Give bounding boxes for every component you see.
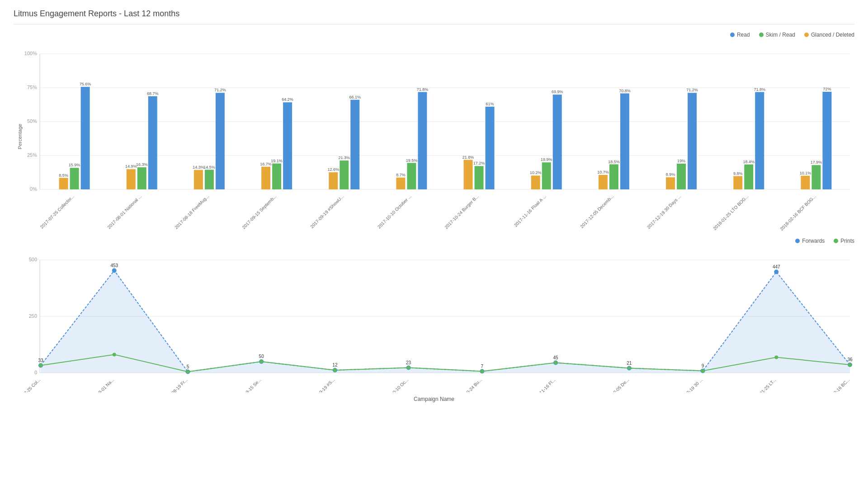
skim-label: 19.5% xyxy=(406,158,418,163)
line-x-label: 2017-07-25 Col... xyxy=(14,377,41,392)
glanced-bar xyxy=(59,178,68,190)
y-tick-50: 50% xyxy=(27,118,37,124)
forwards-value-label: 36 xyxy=(847,357,853,362)
skim-label: 19.1% xyxy=(271,159,283,163)
line-x-label: 2017-09-19 #S... xyxy=(308,377,335,392)
forwards-value-label: 21 xyxy=(627,361,632,366)
y-tick-100: 100% xyxy=(24,51,37,56)
skim-bar xyxy=(744,165,753,189)
read-label: 69.9% xyxy=(552,89,563,94)
prints-dot xyxy=(480,370,484,373)
glanced-label: 12.6% xyxy=(327,167,339,172)
legend-prints-label: Prints xyxy=(840,238,854,244)
x-label: 2017-07-25 Collector... xyxy=(39,194,75,230)
x-label: 2017-08-18 FreeMug... xyxy=(174,194,210,230)
read-label: 71.2% xyxy=(686,88,698,92)
line-x-label: 2018-02-16 BC... xyxy=(823,377,851,392)
x-label: 2017-12-05 Decemb... xyxy=(579,194,614,229)
read-label: 66.1% xyxy=(349,95,361,99)
read-label: 70.8% xyxy=(619,89,631,93)
legend-glanced: Glanced / Deleted xyxy=(804,32,854,38)
skim-bar xyxy=(609,165,618,190)
forwards-dot xyxy=(112,268,117,273)
line-x-label: 2018-01-25 LT... xyxy=(750,377,777,392)
skim-bar xyxy=(70,168,79,189)
read-label: 75.6% xyxy=(80,82,91,86)
glanced-label: 10.2% xyxy=(530,170,542,175)
skim-label: 21.3% xyxy=(338,155,350,160)
read-bar xyxy=(620,94,629,189)
x-label: 2017-09-15 Septemb... xyxy=(241,194,277,230)
x-label: 2018-02-16 BCF BOG... xyxy=(779,194,817,231)
y-tick-0: 0% xyxy=(30,186,37,192)
forwards-dot xyxy=(795,239,800,243)
read-bar xyxy=(283,102,292,189)
prints-dot xyxy=(259,360,263,363)
y-tick-25: 25% xyxy=(27,152,37,158)
forwards-value-label: 453 xyxy=(110,263,118,268)
line-x-label: 2017-10-10 Oc... xyxy=(382,377,409,392)
glanced-bar xyxy=(666,177,675,189)
prints-dot xyxy=(627,367,631,370)
forwards-area xyxy=(41,271,850,373)
line-x-label: 2017-09-15 Se... xyxy=(235,377,262,392)
glanced-label: 10.7% xyxy=(597,170,609,174)
line-x-label: 2017-12-19 30 ... xyxy=(675,377,703,392)
skim-bar xyxy=(677,164,686,189)
x-label: 2017-09-19 #ShowU... xyxy=(309,194,345,230)
line-x-label: 2017-08-01 Na... xyxy=(87,377,115,392)
forwards-value-label: 33 xyxy=(38,358,43,363)
forwards-value-label: 12 xyxy=(332,362,338,367)
skim-label: 18.5% xyxy=(608,160,620,164)
glanced-label: 14.3% xyxy=(193,165,204,169)
x-label: 2017-08-01 National ... xyxy=(106,194,142,230)
read-bar xyxy=(822,92,831,189)
read-bar xyxy=(755,92,764,189)
glanced-label: 16.7% xyxy=(260,162,272,166)
glanced-label: 8.7% xyxy=(396,173,406,177)
read-bar xyxy=(486,107,495,189)
skim-bar xyxy=(407,163,416,190)
skim-label: 19.9% xyxy=(541,157,552,162)
legend-skim-label: Skim / Read xyxy=(766,32,795,38)
read-bar xyxy=(418,92,427,189)
line-chart-legend: Forwards Prints xyxy=(14,238,854,244)
line-x-label: 2017-11-16 Fl... xyxy=(530,377,557,392)
glanced-label: 8.9% xyxy=(666,172,675,177)
glanced-bar xyxy=(329,172,338,189)
legend-read: Read xyxy=(730,32,750,38)
line-x-label: 2017-12-05 De... xyxy=(602,377,630,392)
line-x-label: 2017-08-19 Fr... xyxy=(162,377,189,392)
read-bar xyxy=(148,96,157,189)
x-label: 2017-10-24 Burger B... xyxy=(443,194,480,230)
read-bar xyxy=(350,100,359,189)
x-label: 2017-10-10 October ... xyxy=(377,194,412,230)
glanced-bar xyxy=(261,167,270,189)
skim-bar xyxy=(340,160,349,189)
skim-label: 18.4% xyxy=(743,160,755,164)
skim-bar xyxy=(542,162,551,189)
skim-bar xyxy=(272,164,281,189)
prints-dot xyxy=(701,369,705,373)
legend-forwards: Forwards xyxy=(795,238,825,244)
legend-skim: Skim / Read xyxy=(759,32,795,38)
glanced-bar xyxy=(464,160,473,189)
read-label: 64.2% xyxy=(282,97,293,102)
glanced-bar xyxy=(127,169,136,189)
x-label: 2017-12-19 30 Days ... xyxy=(646,194,682,230)
read-label: 72% xyxy=(823,87,831,91)
skim-label: 15.9% xyxy=(69,163,80,167)
glanced-bar xyxy=(733,176,742,189)
prints-dot xyxy=(848,363,852,367)
bar-chart-legend: Read Skim / Read Glanced / Deleted xyxy=(14,32,854,38)
forwards-value-label: 9 xyxy=(702,363,704,368)
skim-bar xyxy=(205,170,214,190)
line-chart-svg: 500 250 0 332017-07-25 Col...4532017-08-… xyxy=(14,248,854,392)
x-label: 2017-11-16 Float A ... xyxy=(513,194,547,228)
glanced-label: 10.1% xyxy=(800,171,811,175)
y-tick-75: 75% xyxy=(27,85,37,90)
y-tick-250: 250 xyxy=(29,313,37,319)
glanced-bar xyxy=(396,178,405,189)
skim-label: 16.3% xyxy=(136,162,148,167)
line-x-label: 2017-10-24 Bu... xyxy=(455,377,482,392)
